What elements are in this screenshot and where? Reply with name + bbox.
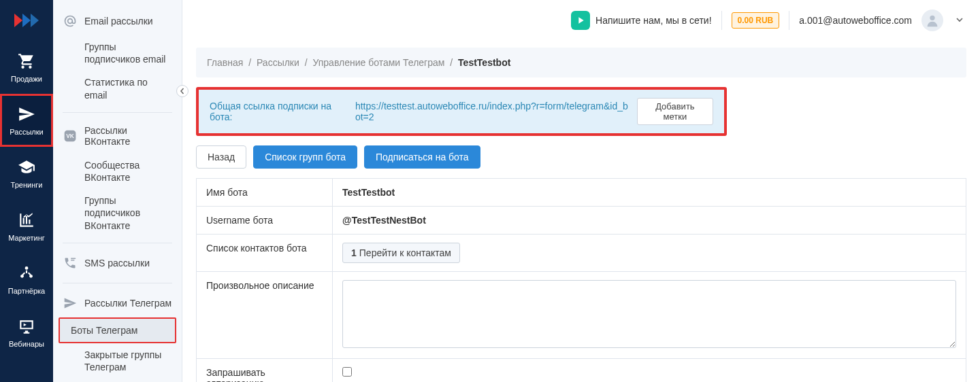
table-row: Произвольное описание [197, 272, 966, 359]
description-label: Произвольное описание [197, 272, 333, 359]
separator [789, 11, 789, 30]
sidebar-vk-label: Рассылки ВКонтакте [84, 125, 172, 147]
send-icon [17, 105, 36, 124]
go-to-contacts-button[interactable]: 1 Перейти к контактам [342, 243, 460, 263]
topbar: Напишите нам, мы в сети! 0.00 RUB a.001@… [182, 0, 980, 41]
sidebar-vk[interactable]: VK Рассылки ВКонтакте [53, 118, 182, 154]
svg-text:VK: VK [66, 133, 74, 139]
table-row: Список контактов бота 1 Перейти к контак… [197, 235, 966, 272]
presentation-icon [17, 317, 36, 336]
nav-partner-label: Партнёрка [8, 287, 45, 295]
divider [63, 243, 172, 243]
table-row: Запрашивать авторизацию ? [197, 359, 966, 383]
sidebar-collapse-button[interactable] [176, 85, 189, 97]
back-button[interactable]: Назад [196, 145, 246, 169]
nav-sales-label: Продажи [11, 75, 42, 83]
nav-mailings-label: Рассылки [10, 128, 43, 136]
sidebar-telegram[interactable]: Рассылки Телеграм [53, 289, 182, 317]
add-labels-button[interactable]: Добавить метки [637, 98, 713, 125]
breadcrumb-home[interactable]: Главная [207, 57, 243, 68]
sidebar-telegram-label: Рассылки Телеграм [84, 298, 172, 309]
play-icon [571, 11, 590, 30]
chevron-down-icon [956, 16, 964, 24]
svg-point-0 [25, 266, 29, 270]
chart-icon [17, 211, 36, 230]
breadcrumb-mailings[interactable]: Рассылки [257, 57, 299, 68]
contacts-link-text: Перейти к контактам [359, 247, 451, 258]
table-row: Username бота @TestTestNestBot [197, 207, 966, 235]
user-menu-toggle[interactable] [953, 15, 966, 26]
primary-sidebar: Продажи Рассылки Тренинги Маркетинг Парт… [0, 0, 53, 382]
divider [63, 283, 172, 283]
sidebar-vk-communities[interactable]: Сообщества ВКонтакте [53, 154, 182, 189]
sidebar-email[interactable]: Email рассылки [53, 7, 182, 35]
vk-icon: VK [63, 128, 78, 143]
breadcrumb: Главная / Рассылки / Управление ботами Т… [196, 48, 966, 77]
action-buttons: Назад Список групп бота Подписаться на б… [196, 145, 966, 169]
nav-webinars[interactable]: Вебинары [0, 306, 53, 359]
breadcrumb-current: TestTestbot [458, 57, 510, 68]
sidebar-email-stats[interactable]: Статистика по email [53, 71, 182, 106]
username-value: @TestTestNestBot [333, 207, 966, 235]
bot-detail-table: Имя бота TestTestbot Username бота @Test… [196, 178, 966, 382]
breadcrumb-sep: / [248, 57, 251, 68]
balance-badge[interactable]: 0.00 RUB [732, 12, 780, 29]
contacts-count: 1 [351, 247, 357, 258]
breadcrumb-manage-bots[interactable]: Управление ботами Телеграм [312, 57, 444, 68]
chat-status-text: Напишите нам, мы в сети! [595, 15, 712, 26]
table-row: Имя бота TestTestbot [197, 179, 966, 207]
user-email[interactable]: a.001@autoweboffice.com [799, 15, 912, 26]
svg-point-3 [68, 19, 73, 24]
nav-trainings[interactable]: Тренинги [0, 147, 53, 200]
app-logo[interactable] [0, 0, 53, 41]
cart-icon [17, 52, 36, 71]
bot-name-label: Имя бота [197, 179, 333, 207]
nav-trainings-label: Тренинги [11, 181, 43, 189]
authorize-checkbox[interactable] [342, 367, 352, 377]
main-content: Главная / Рассылки / Управление ботами Т… [182, 0, 980, 382]
telegram-icon [63, 296, 78, 311]
separator [721, 11, 722, 30]
nav-sales[interactable]: Продажи [0, 41, 53, 94]
sidebar-telegram-groups[interactable]: Закрытые группы Телеграм [53, 343, 182, 379]
avatar[interactable] [921, 10, 943, 31]
people-icon [17, 264, 36, 283]
chevron-left-icon [179, 88, 186, 94]
nav-partner[interactable]: Партнёрка [0, 253, 53, 306]
sidebar-sms[interactable]: SMS рассылки [53, 249, 182, 277]
user-icon [925, 13, 940, 28]
nav-webinars-label: Вебинары [9, 340, 44, 348]
sidebar-vk-groups[interactable]: Группы подписчиков ВКонтакте [53, 189, 182, 237]
chat-widget[interactable]: Напишите нам, мы в сети! [571, 11, 712, 30]
subscription-link-panel: Общая ссылка подписки на бота: https://t… [196, 87, 727, 136]
at-icon [63, 14, 78, 29]
sidebar-email-label: Email рассылки [84, 16, 153, 27]
phone-icon [63, 256, 78, 271]
sidebar-telegram-bots[interactable]: Боты Телеграм [59, 317, 176, 343]
subscribe-button[interactable]: Подписаться на бота [364, 145, 480, 169]
sidebar-email-groups[interactable]: Группы подписчиков email [53, 35, 182, 71]
secondary-sidebar: Email рассылки Группы подписчиков email … [53, 0, 182, 382]
breadcrumb-sep: / [450, 57, 453, 68]
subscription-link-label: Общая ссылка подписки на бота: [210, 101, 348, 122]
authorize-label: Запрашивать авторизацию [206, 367, 265, 382]
nav-marketing[interactable]: Маркетинг [0, 200, 53, 253]
username-label: Username бота [197, 207, 333, 235]
contacts-label: Список контактов бота [197, 235, 333, 272]
bot-groups-button[interactable]: Список групп бота [253, 145, 357, 169]
nav-marketing-label: Маркетинг [8, 234, 44, 242]
graduation-icon [17, 158, 36, 177]
svg-point-6 [930, 16, 934, 20]
divider [63, 112, 172, 113]
description-textarea[interactable] [342, 280, 956, 348]
nav-mailings[interactable]: Рассылки [0, 94, 53, 147]
breadcrumb-sep: / [305, 57, 308, 68]
sidebar-sms-label: SMS рассылки [84, 258, 150, 268]
logo-icon [13, 11, 40, 30]
bot-name-value: TestTestbot [333, 179, 966, 207]
subscription-link[interactable]: https://testtest.autoweboffice.ru/index.… [355, 101, 630, 122]
